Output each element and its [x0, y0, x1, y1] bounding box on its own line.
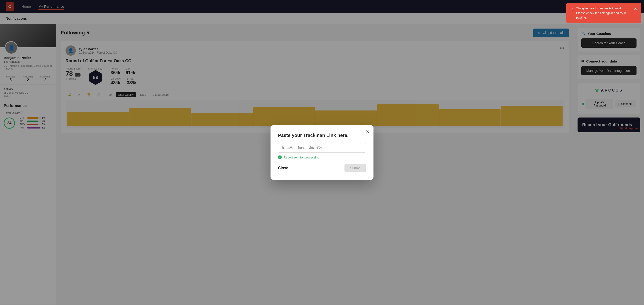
success-icon: ✓ [278, 156, 282, 159]
modal-title: Paste your Trackman Link here. [278, 133, 366, 138]
modal-close-button[interactable]: Close [278, 166, 288, 170]
toast-warning-icon: ⚠ [570, 6, 574, 12]
modal-footer: Close Submit [278, 164, 366, 172]
error-toast: ⚠ The given trackman link is invalid. Pl… [566, 3, 641, 23]
trackman-link-input[interactable] [278, 143, 366, 152]
modal-close-x-button[interactable]: ✕ [366, 129, 370, 134]
success-text: Report sent for processing [284, 156, 319, 159]
modal-submit-button[interactable]: Submit [344, 164, 366, 172]
toast-message: The given trackman link is invalid. Plea… [576, 6, 632, 20]
modal-overlay[interactable]: ✕ Paste your Trackman Link here. ✓ Repor… [0, 0, 644, 305]
success-message: ✓ Report sent for processing [278, 156, 366, 159]
toast-close-button[interactable]: ✕ [634, 6, 637, 12]
trackman-modal: ✕ Paste your Trackman Link here. ✓ Repor… [270, 125, 374, 180]
